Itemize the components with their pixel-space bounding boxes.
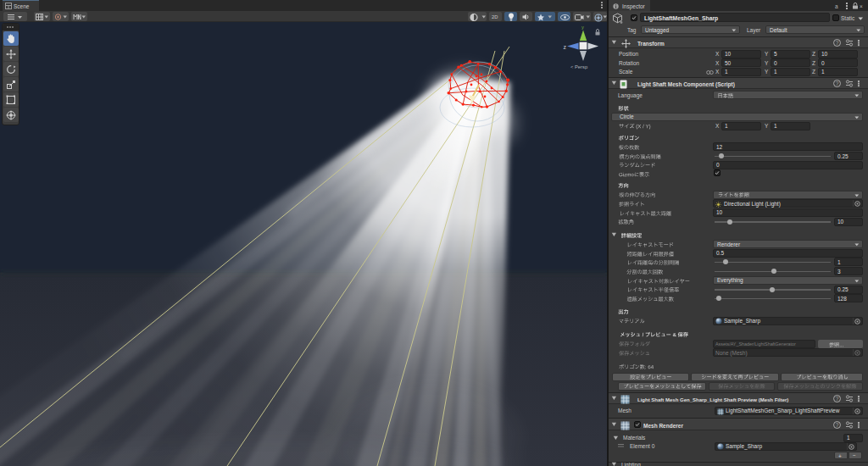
svg-text:?: ? <box>836 40 839 46</box>
svg-text:?: ? <box>836 396 839 402</box>
svg-text:z: z <box>564 44 567 50</box>
svg-text:?: ? <box>836 422 839 428</box>
svg-text:?: ? <box>836 80 839 86</box>
svg-text:y: y <box>581 25 584 30</box>
